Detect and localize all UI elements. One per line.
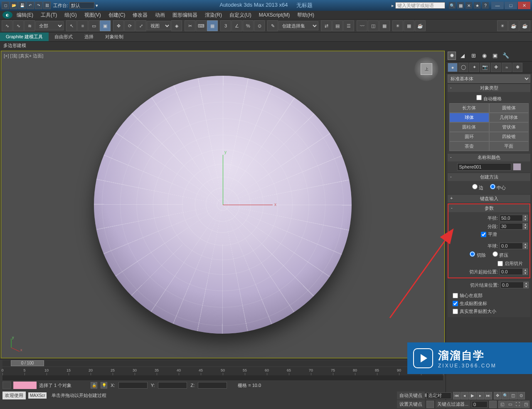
link-icon[interactable]: ⛓ [43, 2, 51, 9]
autogrid-checkbox[interactable] [476, 95, 482, 100]
radius-down[interactable]: ▼ [523, 218, 528, 221]
nav-zoom-ext-icon[interactable]: ◱ [498, 401, 506, 408]
nav-max-icon[interactable]: ⛶ [514, 401, 522, 408]
base-pivot-checkbox[interactable] [453, 293, 458, 298]
workspace-value[interactable] [69, 2, 94, 9]
tab-paint[interactable]: 对象绘制 [99, 32, 129, 41]
edge-radio[interactable]: 边 [472, 184, 483, 191]
segs-up[interactable]: ▲ [523, 223, 528, 226]
name-color-header[interactable]: 名称和颜色 [448, 154, 530, 161]
radius-input[interactable] [500, 215, 523, 221]
snap-3-icon[interactable]: 3 [220, 20, 231, 31]
obj-btn-平面[interactable]: 平面 [489, 141, 529, 151]
utilities-tab-icon[interactable]: 🔧 [502, 52, 510, 60]
object-color-swatch[interactable] [513, 163, 521, 171]
menu-group[interactable]: 组(G) [61, 11, 80, 20]
category-dropdown[interactable]: 标准基本体 [448, 74, 530, 83]
systems-icon[interactable]: ✱ [512, 63, 522, 72]
viewport-top[interactable]: [+] [顶] [真实+ 边面] x y x y 上 [1, 51, 445, 358]
parameters-header[interactable]: 参数 [448, 204, 530, 212]
link-tool-icon[interactable]: ∿ [2, 20, 12, 31]
snap-toggle-icon[interactable]: ▦ [207, 20, 218, 31]
move-icon[interactable]: ✥ [113, 20, 124, 31]
create-tab-icon[interactable]: ✹ [448, 52, 456, 60]
object-type-header[interactable]: 对象类型 [448, 84, 530, 92]
goto-start-icon[interactable]: ⏮ [453, 392, 461, 399]
layer-mgr-icon[interactable]: ☰ [343, 20, 354, 31]
search-icon[interactable]: 🔍 [449, 2, 456, 9]
keyboard-entry-header[interactable]: 键盘输入 [448, 195, 530, 203]
key-mode-icon[interactable] [426, 401, 434, 408]
coord-z-input[interactable] [198, 382, 227, 389]
app-menu-button[interactable]: ◐ [2, 11, 12, 19]
isolate-icon[interactable]: 💡 [101, 382, 107, 389]
obj-btn-几何球体[interactable]: 几何球体 [489, 113, 529, 122]
favorite-icon[interactable]: ★ [474, 2, 480, 9]
save-icon[interactable]: 💾 [18, 2, 26, 9]
generate-uv-checkbox[interactable] [453, 301, 458, 306]
ref-coord-dropdown[interactable]: 视图 [147, 21, 171, 30]
menu-grapheditors[interactable]: 图形编辑器 [169, 11, 201, 20]
radius-up[interactable]: ▲ [523, 215, 528, 218]
align-icon[interactable]: ▤ [332, 20, 343, 31]
time-config-icon[interactable] [489, 401, 497, 408]
obj-btn-茶壶[interactable]: 茶壶 [449, 141, 489, 151]
shapes-icon[interactable]: ◯ [458, 63, 468, 72]
rect-select-icon[interactable]: ▭ [89, 20, 99, 31]
help-icon[interactable]: ? [482, 2, 489, 9]
modify-tab-icon[interactable]: ◢ [458, 52, 467, 60]
object-name-input[interactable] [457, 163, 511, 171]
time-slider-thumb[interactable]: 0 / 100 [11, 360, 44, 366]
time-ruler[interactable]: 0510152025303540455055606570758085909510… [2, 367, 443, 375]
menu-maxscript[interactable]: MAXScript(M) [256, 11, 293, 19]
lights-icon[interactable]: ✦ [469, 63, 479, 72]
hierarchy-tab-icon[interactable]: ⊞ [469, 52, 478, 60]
hemi-up[interactable]: ▲ [523, 243, 528, 246]
help-search-input[interactable] [395, 2, 445, 9]
cameras-icon[interactable]: 📷 [480, 63, 490, 72]
unlink-tool-icon[interactable]: ∿ [13, 20, 24, 31]
selection-filter[interactable]: 全部 [35, 21, 64, 30]
menu-views[interactable]: 视图(V) [81, 11, 104, 20]
viewcube-face[interactable]: 上 [421, 63, 432, 75]
next-frame-icon[interactable]: ▸ [477, 392, 484, 399]
redo-icon[interactable]: ↷ [35, 2, 42, 9]
obj-btn-圆环[interactable]: 圆环 [449, 132, 489, 141]
slice-on-checkbox[interactable] [498, 261, 503, 266]
render-setup-icon[interactable]: ☀ [392, 20, 403, 31]
menu-animation[interactable]: 动画 [152, 11, 168, 20]
rotate-icon[interactable]: ⟳ [124, 20, 135, 31]
pivot-center-icon[interactable]: ◈ [171, 20, 182, 31]
setkey-button[interactable]: 设置关键点 [397, 400, 425, 408]
nav-region-icon[interactable]: ▭ [506, 401, 514, 408]
helpers-icon[interactable]: ✚ [491, 63, 501, 72]
trackbar[interactable] [2, 375, 443, 380]
window-crossing-icon[interactable]: ▣ [100, 20, 111, 31]
lock-icon[interactable]: 🔒 [91, 382, 97, 389]
curve-editor-icon[interactable]: 〰 [357, 20, 367, 31]
geometry-icon[interactable]: ● [448, 63, 458, 72]
obj-btn-圆锥体[interactable]: 圆锥体 [489, 103, 529, 113]
obj-btn-管状体[interactable]: 管状体 [489, 122, 529, 132]
tab-selection[interactable]: 选择 [79, 32, 99, 41]
menu-modifiers[interactable]: 修改器 [129, 11, 151, 20]
menu-edit[interactable]: 编辑(E) [13, 11, 37, 20]
menu-rendering[interactable]: 渲染(R) [202, 11, 225, 20]
tab-graphite[interactable]: Graphite 建模工具 [0, 32, 49, 41]
minimize-button[interactable]: — [491, 2, 504, 9]
menu-customize[interactable]: 自定义(U) [226, 11, 255, 20]
material-editor-icon[interactable]: ▦ [379, 20, 390, 31]
subscription-icon[interactable]: ▦ [457, 2, 464, 9]
nav-orbit-icon[interactable]: ⊙ [517, 392, 525, 399]
spacewarps-icon[interactable]: ≈ [502, 63, 512, 72]
named-sel-set[interactable]: 创建选择集 [278, 21, 318, 30]
schematic-view-icon[interactable]: ◫ [368, 20, 379, 31]
bind-space-warp-icon[interactable]: ≋ [24, 20, 35, 31]
motion-tab-icon[interactable]: ◉ [480, 52, 488, 60]
select-manipulate-icon[interactable]: ✂ [185, 20, 195, 31]
nav-extra-icon[interactable]: ◳ [522, 401, 530, 408]
maximize-button[interactable]: □ [505, 2, 517, 9]
nav-fov-icon[interactable]: ◫ [510, 392, 517, 399]
nav-pan-icon[interactable]: ✥ [494, 392, 501, 399]
maxscript-label[interactable]: MAXScr [28, 392, 47, 399]
